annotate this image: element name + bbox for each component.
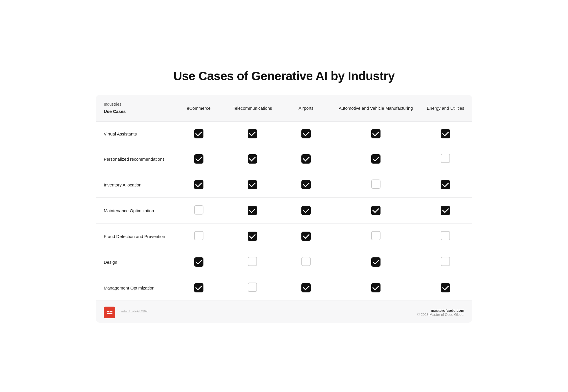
cell-6-2 [279,275,333,301]
checkbox-unchecked [371,179,381,189]
checkbox-checked [301,283,311,292]
cell-4-2 [279,224,333,249]
checkbox-checked [441,180,450,189]
cell-1-0 [172,146,225,172]
row-label-0: Virtual Assistants [96,122,172,146]
cell-1-1 [225,146,279,172]
checkbox-checked [194,257,203,267]
cell-5-1 [225,249,279,275]
cell-0-2 [279,122,333,146]
checkbox-checked [248,180,257,189]
cell-1-4 [419,146,472,172]
svg-rect-0 [107,311,109,312]
table-row: Management Optimization [96,275,472,301]
cell-3-0 [172,198,225,224]
checkbox-unchecked [441,257,450,266]
cell-5-2 [279,249,333,275]
checkbox-checked [371,257,381,267]
cell-1-2 [279,146,333,172]
table-row: Virtual Assistants [96,122,472,146]
cell-2-4 [419,172,472,198]
col-ecommerce: eCommerce [172,95,225,122]
cell-4-1 [225,224,279,249]
cell-5-0 [172,249,225,275]
cell-4-4 [419,224,472,249]
row-label-1: Personalized recommendations [96,146,172,172]
checkbox-checked [441,129,450,138]
cell-2-3 [333,172,419,198]
table-row: Inventory Allocation [96,172,472,198]
checkbox-checked [301,180,311,189]
checkbox-unchecked [194,231,203,240]
copyright-text: © 2023 Master of Code Global [417,313,464,317]
industries-label: Industries [104,102,167,107]
cell-2-0 [172,172,225,198]
checkbox-checked [301,232,311,241]
cell-3-3 [333,198,419,224]
table-row: Maintenance Optimization [96,198,472,224]
checkbox-checked [301,129,311,138]
table-row: Personalized recommendations [96,146,472,172]
logo-area: master.of.codeGLOBAL [104,307,148,318]
col-automotive: Automotive and Vehicle Manufacturing [333,95,419,122]
checkbox-checked [248,206,257,215]
cell-6-1 [225,275,279,301]
row-label-5: Design [96,249,172,275]
page-wrapper: Use Cases of Generative AI by Industry I… [96,69,472,323]
cell-5-3 [333,249,419,275]
checkbox-checked [248,232,257,241]
table-container: Industries Use Cases eCommerce Telecommu… [96,95,472,323]
checkbox-unchecked [441,231,450,240]
cell-4-0 [172,224,225,249]
cell-2-2 [279,172,333,198]
col-airports: Airports [279,95,333,122]
header-use-cases: Industries Use Cases [96,95,172,122]
checkbox-unchecked [441,154,450,163]
copyright-area: masterofcode.com © 2023 Master of Code G… [417,308,464,317]
checkbox-unchecked [194,205,203,215]
checkbox-unchecked [301,257,311,266]
checkbox-unchecked [371,231,381,240]
site-url: masterofcode.com [417,308,464,313]
checkbox-checked [301,154,311,164]
logo-text: master.of.codeGLOBAL [118,310,148,315]
svg-rect-2 [107,313,112,314]
cell-6-0 [172,275,225,301]
cell-3-1 [225,198,279,224]
checkbox-checked [194,283,203,292]
use-cases-label: Use Cases [104,108,167,114]
cell-4-3 [333,224,419,249]
row-label-3: Maintenance Optimization [96,198,172,224]
logo-icon [104,307,115,318]
svg-rect-1 [110,311,112,312]
logo-suffix: GLOBAL [137,310,148,313]
table-row: Design [96,249,472,275]
row-label-4: Fraud Detection and Prevention [96,224,172,249]
cell-0-4 [419,122,472,146]
checkbox-unchecked [248,283,257,292]
footer: master.of.codeGLOBAL masterofcode.com © … [96,301,472,323]
cell-3-4 [419,198,472,224]
checkbox-unchecked [248,257,257,266]
checkbox-checked [371,154,381,164]
cell-5-4 [419,249,472,275]
checkbox-checked [371,206,381,215]
table-row: Fraud Detection and Prevention [96,224,472,249]
cell-1-3 [333,146,419,172]
checkbox-checked [441,283,450,292]
checkbox-checked [248,154,257,164]
logo-svg [106,309,113,316]
page-title: Use Cases of Generative AI by Industry [96,69,472,83]
checkbox-checked [194,129,203,138]
checkbox-checked [194,180,203,189]
cell-3-2 [279,198,333,224]
use-cases-table: Industries Use Cases eCommerce Telecommu… [96,95,472,301]
cell-0-1 [225,122,279,146]
checkbox-checked [248,129,257,138]
checkbox-checked [301,206,311,215]
row-label-6: Management Optimization [96,275,172,301]
checkbox-checked [371,129,381,138]
col-telecom: Telecommunications [225,95,279,122]
col-energy: Energy and Utilities [419,95,472,122]
checkbox-checked [194,154,203,164]
